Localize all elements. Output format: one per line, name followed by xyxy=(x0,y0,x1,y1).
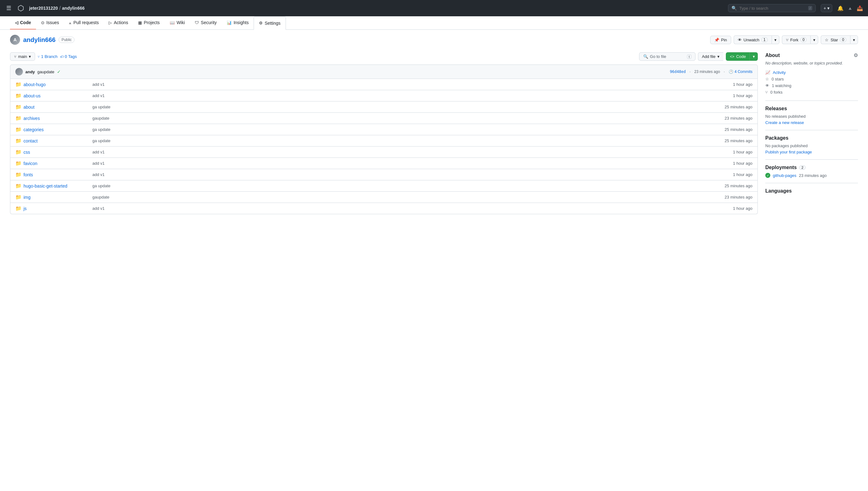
settings-nav-icon: ⚙ xyxy=(259,21,263,25)
nav-security[interactable]: 🛡 Security xyxy=(190,16,222,29)
file-row: 📁 contact ga update 25 minutes ago xyxy=(10,135,757,147)
nav-pull-requests[interactable]: ⟁ Pull requests xyxy=(64,16,104,29)
code-dropdown-button[interactable]: ▾ xyxy=(750,52,758,61)
languages-title: Languages xyxy=(765,188,858,194)
branch-selector-button[interactable]: ⑂ main ▾ xyxy=(10,52,35,61)
file-list: 📁 about-hugo add v1 1 hour ago 📁 about-u… xyxy=(10,79,758,214)
file-name-link[interactable]: js xyxy=(24,206,92,211)
branch-count-link[interactable]: ⑂ 1 Branch xyxy=(37,54,57,59)
branch-name: main xyxy=(18,54,27,59)
branch-count: 1 xyxy=(41,54,43,59)
star-dropdown[interactable]: ▾ xyxy=(850,35,858,44)
file-time: 23 minutes ago xyxy=(715,195,752,200)
folder-icon: 📁 xyxy=(16,194,20,200)
file-name-link[interactable]: contact xyxy=(24,138,92,143)
search-bar[interactable]: 🔍 / xyxy=(728,4,816,12)
publish-package-link[interactable]: Publish your first package xyxy=(765,150,812,154)
file-time: 1 hour ago xyxy=(715,206,752,211)
unwatch-dropdown[interactable]: ▾ xyxy=(772,35,779,44)
fork-button[interactable]: ⑂ Fork 0 xyxy=(782,35,811,44)
code-button[interactable]: <> Code xyxy=(726,52,750,61)
inbox-button[interactable]: 📥 xyxy=(857,5,863,11)
file-name-link[interactable]: about-us xyxy=(24,93,92,98)
activity-link[interactable]: Activity xyxy=(773,70,786,75)
eye-sidebar-icon: 👁 xyxy=(765,83,770,88)
nav-issues[interactable]: ⊙ Issues xyxy=(36,16,64,29)
code-nav-label: Code xyxy=(20,20,31,25)
releases-none: No releases published xyxy=(765,114,858,119)
commit-meta: 96d48ed · 23 minutes ago · 🕐 4 Commits xyxy=(670,69,752,74)
forks-label: 0 forks xyxy=(770,90,782,94)
file-name-link[interactable]: about-hugo xyxy=(24,82,92,87)
create-release-link[interactable]: Create a new release xyxy=(765,120,804,125)
code-button-label: Code xyxy=(736,54,746,59)
star-label: Star xyxy=(831,37,838,42)
search-input[interactable] xyxy=(739,6,806,11)
goto-file-button[interactable]: 🔍 Go to file t xyxy=(639,52,695,61)
file-name-link[interactable]: css xyxy=(24,150,92,155)
unwatch-button[interactable]: 👁 Unwatch 1 xyxy=(734,35,772,44)
deployments-count-badge: 2 xyxy=(799,165,805,170)
hamburger-button[interactable]: ☰ xyxy=(5,3,12,13)
pin-button[interactable]: 📌 Pin xyxy=(710,36,731,44)
add-file-chevron-icon: ▾ xyxy=(717,54,720,59)
tag-count-link[interactable]: 🏷 0 Tags xyxy=(60,54,77,59)
sidebar-divider-1 xyxy=(765,100,858,101)
file-name-link[interactable]: img xyxy=(24,195,92,200)
actions-nav-icon: ▷ xyxy=(109,20,112,25)
star-split: ☆ Star 0 ▾ xyxy=(821,35,858,44)
issues-nav-icon: ⊙ xyxy=(41,20,45,25)
code-angle-icon: <> xyxy=(730,55,734,59)
star-count: 0 xyxy=(840,37,846,42)
nav-actions[interactable]: ▷ Actions xyxy=(104,16,133,29)
breadcrumb: jeter20131220 / andylin666 xyxy=(29,5,85,11)
code-nav-icon: ◁ xyxy=(15,20,18,25)
add-file-button[interactable]: Add file ▾ xyxy=(698,52,723,61)
notifications-button[interactable]: 🔔 xyxy=(837,5,844,11)
file-name-link[interactable]: categories xyxy=(24,127,92,132)
file-name-link[interactable]: about xyxy=(24,105,92,110)
commit-message-link[interactable]: gaupdate xyxy=(37,69,54,74)
repo-actions: 📌 Pin 👁 Unwatch 1 ▾ ⑂ Fork 0 ▾ ☆ Star 0 xyxy=(710,35,858,44)
deploy-name-link[interactable]: github-pages xyxy=(773,173,796,178)
file-name-link[interactable]: hugo-basic-get-started xyxy=(24,183,92,189)
packages-section: Packages No packages published Publish y… xyxy=(765,135,858,154)
commit-sha-link[interactable]: 96d48ed xyxy=(670,69,686,74)
file-name-link[interactable]: archives xyxy=(24,116,92,121)
commits-count: 4 Commits xyxy=(734,69,752,74)
star-button[interactable]: ☆ Star 0 xyxy=(821,35,850,44)
fork-icon: ⑂ xyxy=(786,37,788,42)
branch-count-icon: ⑂ xyxy=(37,55,40,59)
projects-nav-icon: ▦ xyxy=(138,20,142,25)
file-name-link[interactable]: favicon xyxy=(24,161,92,166)
file-name-link[interactable]: fonts xyxy=(24,172,92,177)
nav-code[interactable]: ◁ Code xyxy=(10,16,36,29)
eye-icon: 👁 xyxy=(738,37,742,42)
file-time: 25 minutes ago xyxy=(715,183,752,188)
fork-count: 0 xyxy=(800,37,807,42)
commit-dot2: · xyxy=(724,69,725,74)
unwatch-label: Unwatch xyxy=(744,37,760,42)
commit-author-link[interactable]: andy xyxy=(25,69,35,74)
fork-dropdown[interactable]: ▾ xyxy=(810,35,818,44)
nav-projects[interactable]: ▦ Projects xyxy=(133,16,165,29)
about-settings-button[interactable]: ⚙ xyxy=(853,52,858,58)
repo-name-link[interactable]: andylin666 xyxy=(23,36,55,44)
nav-insights[interactable]: 📊 Insights xyxy=(222,16,254,29)
goto-file-label: Go to file xyxy=(650,54,666,59)
owner-link[interactable]: jeter20131220 xyxy=(29,6,58,11)
file-message: add v1 xyxy=(92,82,715,87)
search-icon: 🔍 xyxy=(731,6,737,11)
sidebar-divider-4 xyxy=(765,183,858,183)
plus-dropdown-button[interactable]: + ▾ xyxy=(821,4,832,12)
deploy-time: 23 minutes ago xyxy=(799,173,827,178)
file-row: 📁 fonts add v1 1 hour ago xyxy=(10,169,757,180)
file-time: 1 hour ago xyxy=(715,93,752,98)
pull-requests-icon-button[interactable]: ⟁ xyxy=(848,5,852,11)
top-nav: ☰ ⬡ jeter20131220 / andylin666 🔍 / + ▾ 🔔… xyxy=(0,0,868,16)
nav-wiki[interactable]: 📖 Wiki xyxy=(165,16,190,29)
releases-title: Releases xyxy=(765,106,858,112)
commits-link[interactable]: 🕐 4 Commits xyxy=(729,69,752,74)
nav-settings[interactable]: ⚙ Settings xyxy=(254,16,286,30)
folder-icon: 📁 xyxy=(16,138,20,144)
